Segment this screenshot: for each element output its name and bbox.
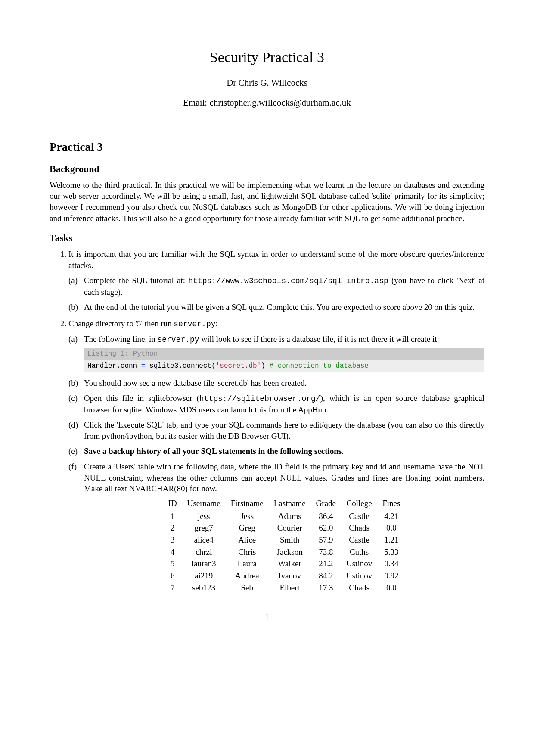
code-listing-title: Listing 1: Python	[84, 348, 484, 360]
code-seg-2: =	[141, 362, 146, 370]
cell-fines: 0.92	[377, 570, 405, 582]
cell-grade: 57.9	[311, 534, 341, 546]
cell-grade: 86.4	[311, 510, 341, 522]
cell-lastname: Courier	[269, 522, 311, 534]
cell-lastname: Walker	[269, 558, 311, 570]
code-seg-1: Handler.conn	[87, 362, 141, 370]
cell-college: Chads	[341, 582, 377, 594]
task-2b: You should now see a new database file '…	[84, 378, 484, 389]
cell-id: 7	[163, 582, 182, 594]
background-heading: Background	[50, 162, 484, 175]
tasks-list: It is important that you are familiar wi…	[50, 249, 484, 594]
cell-lastname: Elbert	[269, 582, 311, 594]
cell-lastname: Jackson	[269, 546, 311, 558]
cell-firstname: Laura	[226, 558, 269, 570]
task-1a: Complete the SQL tutorial at: https://ww…	[84, 275, 484, 297]
cell-grade: 84.2	[311, 570, 341, 582]
table-row: 6 ai219 Andrea Ivanov 84.2 Ustinov 0.92	[163, 570, 406, 582]
cell-firstname: Chris	[226, 546, 269, 558]
cell-college: Castle	[341, 534, 377, 546]
task-2d: Click the 'Execute SQL' tab, and type yo…	[84, 419, 484, 441]
page-number: 1	[50, 611, 484, 622]
task-1a-pre: Complete the SQL tutorial at:	[84, 276, 188, 285]
cell-username: lauran3	[182, 558, 226, 570]
task-2c-pre: Open this file in sqlitebrowser (	[84, 394, 199, 403]
task-2-sublist: The following line, in server.py will lo…	[68, 334, 484, 594]
cell-username: jess	[182, 510, 226, 522]
task-2: Change directory to '5' then run server.…	[68, 318, 484, 594]
cell-fines: 4.21	[377, 510, 405, 522]
task-2e: Save a backup history of all your SQL st…	[84, 446, 484, 457]
task-1-intro: It is important that you are familiar wi…	[68, 250, 484, 270]
cell-id: 5	[163, 558, 182, 570]
task-2c: Open this file in sqlitebrowser (https:/…	[84, 393, 484, 415]
tasks-heading: Tasks	[50, 231, 484, 244]
cell-id: 2	[163, 522, 182, 534]
code-listing-body: Handler.conn = sqlite3.connect('secret.d…	[84, 360, 484, 372]
cell-grade: 21.2	[311, 558, 341, 570]
cell-id: 1	[163, 510, 182, 522]
doc-author: Dr Chris G. Willcocks	[50, 77, 484, 89]
table-row: 4 chrzi Chris Jackson 73.8 Cuths 5.33	[163, 546, 406, 558]
users-table: ID Username Firstname Lastname Grade Col…	[163, 498, 406, 594]
cell-id: 4	[163, 546, 182, 558]
cell-fines: 5.33	[377, 546, 405, 558]
task-1-sublist: Complete the SQL tutorial at: https://ww…	[68, 275, 484, 313]
code-seg-4: 'secret.db'	[216, 362, 261, 370]
th-firstname: Firstname	[226, 498, 269, 510]
th-grade: Grade	[311, 498, 341, 510]
cell-lastname: Smith	[269, 534, 311, 546]
task-2-intro-post: :	[216, 319, 218, 328]
cell-grade: 62.0	[311, 522, 341, 534]
code-seg-6: # connection to database	[270, 362, 369, 370]
table-row: 3 alice4 Alice Smith 57.9 Castle 1.21	[163, 534, 406, 546]
table-row: 1 jess Jess Adams 86.4 Castle 4.21	[163, 510, 406, 522]
cell-college: Ustinov	[341, 570, 377, 582]
task-2a-cmd: server.py	[157, 335, 199, 344]
cell-firstname: Greg	[226, 522, 269, 534]
cell-firstname: Andrea	[226, 570, 269, 582]
cell-fines: 0.0	[377, 582, 405, 594]
cell-fines: 0.0	[377, 522, 405, 534]
doc-title: Security Practical 3	[50, 47, 484, 67]
th-fines: Fines	[377, 498, 405, 510]
table-row: 7 seb123 Seb Elbert 17.3 Chads 0.0	[163, 582, 406, 594]
section-heading: Practical 3	[50, 139, 484, 155]
doc-email: Email: christopher.g.willcocks@durham.ac…	[50, 97, 484, 109]
cell-firstname: Seb	[226, 582, 269, 594]
cell-username: chrzi	[182, 546, 226, 558]
task-2-intro-pre: Change directory to '5' then run	[68, 319, 174, 328]
page: Security Practical 3 Dr Chris G. Willcoc…	[0, 0, 534, 648]
th-username: Username	[182, 498, 226, 510]
cell-username: seb123	[182, 582, 226, 594]
task-1b: At the end of the tutorial you will be g…	[84, 302, 484, 313]
th-id: ID	[163, 498, 182, 510]
task-2c-url: https://sqlitebrowser.org/	[199, 394, 320, 403]
cell-college: Chads	[341, 522, 377, 534]
cell-college: Ustinov	[341, 558, 377, 570]
cell-username: greg7	[182, 522, 226, 534]
cell-fines: 1.21	[377, 534, 405, 546]
table-row: 5 lauran3 Laura Walker 21.2 Ustinov 0.34	[163, 558, 406, 570]
th-college: College	[341, 498, 377, 510]
cell-firstname: Jess	[226, 510, 269, 522]
table-body: 1 jess Jess Adams 86.4 Castle 4.21 2 gre…	[163, 510, 406, 594]
cell-college: Cuths	[341, 546, 377, 558]
cell-username: ai219	[182, 570, 226, 582]
table-row: 2 greg7 Greg Courier 62.0 Chads 0.0	[163, 522, 406, 534]
cell-firstname: Alice	[226, 534, 269, 546]
task-2a-pre: The following line, in	[84, 334, 157, 344]
code-seg-5: )	[261, 362, 269, 370]
task-2a-post: will look to see if there is a database …	[199, 334, 439, 344]
task-2f-text: Create a 'Users' table with the followin…	[84, 462, 484, 493]
cell-lastname: Ivanov	[269, 570, 311, 582]
code-seg-3: sqlite3.connect(	[145, 362, 215, 370]
task-2e-text: Save a backup history of all your SQL st…	[84, 447, 344, 456]
cell-id: 3	[163, 534, 182, 546]
background-paragraph: Welcome to the third practical. In this …	[50, 180, 484, 224]
cell-id: 6	[163, 570, 182, 582]
code-listing: Listing 1: Python Handler.conn = sqlite3…	[84, 348, 484, 372]
cell-username: alice4	[182, 534, 226, 546]
task-1: It is important that you are familiar wi…	[68, 249, 484, 313]
table-header-row: ID Username Firstname Lastname Grade Col…	[163, 498, 406, 510]
